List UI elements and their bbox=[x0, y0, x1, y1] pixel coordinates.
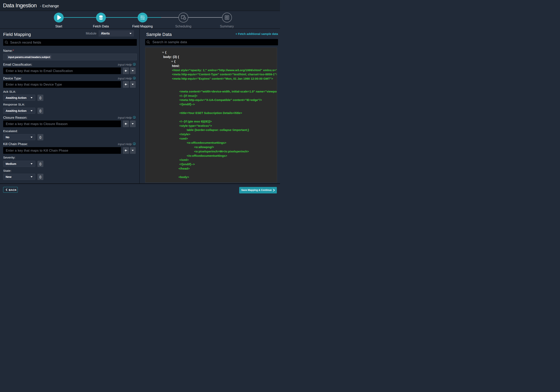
svg-text:i: i bbox=[134, 77, 135, 79]
svg-text:i: i bbox=[134, 63, 135, 65]
svg-text:i: i bbox=[134, 143, 135, 145]
svg-text:i: i bbox=[134, 116, 135, 119]
